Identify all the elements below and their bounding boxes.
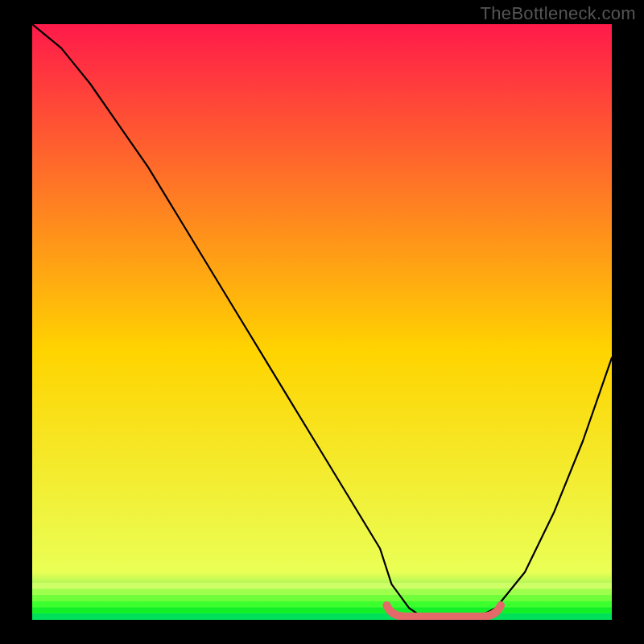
bottleneck-chart [32,24,612,620]
chart-frame: TheBottleneck.com [0,0,644,644]
plot-area [32,24,612,620]
watermark-text: TheBottleneck.com [481,3,636,24]
gradient-background [32,24,612,620]
bottom-band [32,608,612,614]
bottom-band [32,595,612,601]
bottom-band [32,613,612,620]
bottom-band [32,601,612,608]
bottom-band [32,589,612,596]
bottom-band [32,583,612,589]
bottom-bands [32,583,612,620]
